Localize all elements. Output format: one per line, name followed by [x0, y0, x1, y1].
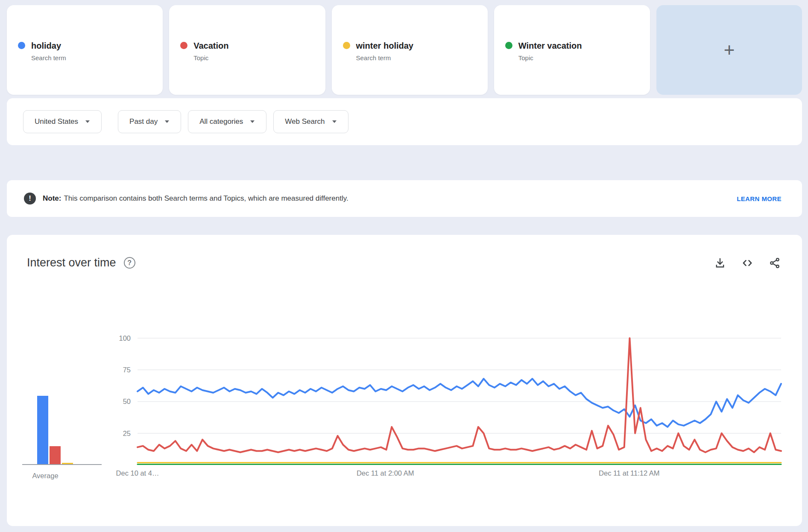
embed-icon: [741, 257, 753, 269]
term-type-label: Topic: [518, 54, 582, 61]
trend-line-vacation: [138, 338, 781, 452]
term-type-label: Search term: [356, 54, 413, 61]
average-bar-vacation: [50, 446, 61, 464]
average-bar-chart: [22, 334, 102, 465]
y-tick-label: 75: [108, 365, 131, 374]
filter-region-dropdown[interactable]: United States: [23, 110, 102, 133]
filter-search-type-dropdown[interactable]: Web Search: [273, 110, 348, 133]
filter-region-label: United States: [35, 117, 78, 126]
term-label: Winter vacation: [518, 41, 582, 51]
trend-line-holiday: [138, 379, 781, 427]
share-button[interactable]: [769, 257, 781, 269]
interest-line-chart[interactable]: 255075100 Dec 10 at 4…Dec 11 at 2:00 AMD…: [138, 334, 781, 465]
exclamation-icon: !: [24, 193, 36, 205]
term-cards-row: holiday Search term Vacation Topic winte…: [7, 5, 802, 95]
term-type-label: Search term: [31, 54, 66, 61]
note-text: Note:This comparison contains both Searc…: [43, 194, 348, 203]
term-label: winter holiday: [356, 41, 413, 51]
average-axis-label: Average: [24, 472, 67, 480]
y-tick-label: 100: [108, 334, 131, 342]
term-label: Vacation: [193, 41, 228, 51]
term-type-label: Topic: [193, 54, 228, 61]
filter-category-dropdown[interactable]: All categories: [188, 110, 266, 133]
learn-more-link[interactable]: LEARN MORE: [737, 195, 782, 202]
y-tick-label: 50: [108, 397, 131, 406]
embed-button[interactable]: [741, 257, 753, 269]
chevron-down-icon: [250, 120, 255, 123]
term-card-winter-vacation[interactable]: Winter vacation Topic: [494, 5, 650, 95]
download-icon: [714, 257, 726, 269]
section-title: Interest over time: [27, 256, 116, 269]
help-icon[interactable]: ?: [124, 257, 135, 269]
average-bar-holiday: [37, 396, 48, 464]
x-tick-label: Dec 10 at 4…: [116, 469, 159, 477]
plus-icon: +: [724, 41, 735, 59]
add-comparison-button[interactable]: +: [656, 5, 802, 95]
term-card-vacation[interactable]: Vacation Topic: [169, 5, 325, 95]
x-tick-label: Dec 11 at 11:12 AM: [599, 469, 659, 477]
filter-time-label: Past day: [129, 117, 158, 126]
x-tick-label: Dec 11 at 2:00 AM: [357, 469, 414, 477]
google-trends-page: holiday Search term Vacation Topic winte…: [0, 0, 808, 532]
chevron-down-icon: [332, 120, 337, 123]
term-color-dot: [18, 42, 25, 49]
chevron-down-icon: [164, 120, 170, 123]
term-color-dot: [505, 42, 512, 49]
interest-over-time-card: Interest over time ? Av: [7, 235, 802, 526]
trend-lines-plot: [138, 334, 781, 465]
term-card-holiday[interactable]: holiday Search term: [7, 5, 163, 95]
share-icon: [769, 257, 781, 269]
note-banner: ! Note:This comparison contains both Sea…: [7, 180, 802, 217]
term-color-dot: [180, 42, 187, 49]
term-color-dot: [343, 42, 350, 49]
term-label: holiday: [31, 41, 66, 51]
filter-time-dropdown[interactable]: Past day: [118, 110, 181, 133]
y-tick-label: 25: [108, 429, 131, 438]
average-bar-winter-holiday: [62, 463, 73, 464]
term-card-winter-holiday[interactable]: winter holiday Search term: [332, 5, 488, 95]
chevron-down-icon: [85, 120, 90, 123]
filter-panel: United States Past day All categories We…: [7, 98, 802, 145]
note-prefix: Note:: [43, 194, 61, 202]
download-button[interactable]: [714, 257, 726, 269]
filter-search-type-label: Web Search: [285, 117, 325, 126]
filter-category-label: All categories: [199, 117, 243, 126]
